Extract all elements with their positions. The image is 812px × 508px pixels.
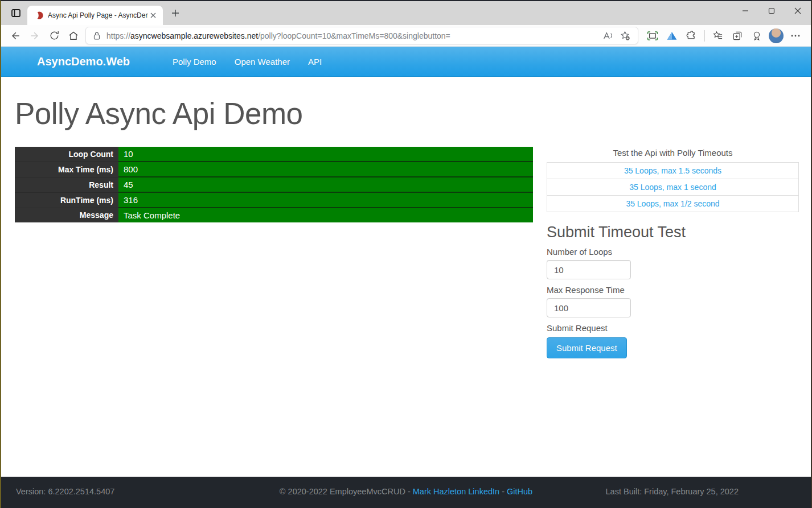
timeout-link-half-s[interactable]: 35 Loops, max 1/2 second [626,199,719,208]
tab-actions-icon[interactable] [8,5,24,21]
url-host: asyncwebsample.azurewebsites.net [130,31,258,40]
results-table: Loop Count 10 Max Time (ms) 800 Result 4… [15,147,533,222]
footer-last-built: Last Built: Friday, February 25, 2022 [606,487,739,496]
collections-icon[interactable] [728,27,747,44]
address-bar[interactable]: https://asyncwebsample.azurewebsites.net… [85,27,638,44]
result-label: Message [15,208,118,222]
forward-icon [25,27,44,44]
result-label: Loop Count [15,147,118,162]
table-row: 35 Loops, max 1/2 second [547,196,799,212]
timeout-test-panel: Test the Api with Polly Timeouts 35 Loop… [547,148,799,358]
lock-icon [93,31,101,40]
result-label: Max Time (ms) [15,162,118,177]
timeout-link-1-5s[interactable]: 35 Loops, max 1.5 seconds [624,166,721,175]
titlebar: Async Api Polly Page - AsyncDemo.Web [1,1,811,25]
brand-asyncdemo-web[interactable]: AsyncDemo.Web [37,55,130,68]
max-response-label: Max Response Time [547,285,799,295]
timeout-link-1s[interactable]: 35 Loops, max 1 second [629,183,716,192]
table-row: 35 Loops, max 1 second [547,179,799,196]
table-row: Message Task Complete [15,208,533,222]
nav-link-open-weather[interactable]: Open Weather [235,57,290,67]
table-row: 35 Loops, max 1.5 seconds [547,163,799,179]
more-menu-icon[interactable] [786,27,805,44]
nav-link-api[interactable]: API [308,57,322,67]
github-link[interactable]: GitHub [507,487,532,496]
result-value: 45 [118,177,533,192]
page-content: Polly Async Api Demo Loop Count 10 Max T… [1,77,811,477]
browser-window: Async Api Polly Page - AsyncDemo.Web [0,0,812,508]
tab-title: Async Api Polly Page - AsyncDemo.Web [48,11,148,19]
extension-triangle-icon[interactable] [662,27,682,44]
url-scheme: https:// [106,31,130,40]
timeout-tests-caption: Test the Api with Polly Timeouts [547,148,799,158]
minimize-icon[interactable] [732,1,758,20]
submit-request-label: Submit Request [547,323,799,333]
back-icon[interactable] [6,27,25,44]
loops-input[interactable] [547,260,631,279]
toolbar-separator [704,30,705,42]
form-title: Submit Timeout Test [547,224,799,241]
maximize-icon[interactable] [758,1,785,20]
result-value: Task Complete [118,208,533,222]
polly-favicon-icon [34,11,43,20]
timeout-tests-table: 35 Loops, max 1.5 seconds 35 Loops, max … [547,162,799,212]
table-row: Result 45 [15,177,533,192]
extensions-icon[interactable] [682,27,701,44]
new-tab-icon[interactable] [167,5,183,21]
submit-request-button[interactable]: Submit Request [547,337,627,358]
table-row: Max Time (ms) 800 [15,162,533,177]
result-label: RunTime (ms) [15,192,118,208]
loops-label: Number of Loops [547,247,799,257]
result-value: 800 [118,162,533,177]
linkedin-link[interactable]: Mark Hazleton LinkedIn [413,487,499,496]
read-aloud-icon[interactable] [599,28,616,43]
browser-essentials-icon[interactable] [747,27,766,44]
url-text[interactable]: https://asyncwebsample.azurewebsites.net… [106,31,599,40]
footer-separator: - [499,487,507,496]
home-icon[interactable] [64,27,83,44]
add-favorite-icon[interactable] [616,28,633,43]
window-controls [732,1,811,20]
page-footer: Version: 6.2202.2514.5407 © 2020-2022 Em… [1,477,811,508]
profile-avatar[interactable] [769,28,784,43]
nav-link-polly-demo[interactable]: Polly Demo [173,57,216,67]
result-value: 10 [118,147,533,162]
refresh-icon[interactable] [44,27,64,44]
page-title: Polly Async Api Demo [15,96,303,131]
url-path: /polly?loopCount=10&maxTimeMs=800&single… [258,31,450,40]
table-row: RunTime (ms) 316 [15,192,533,208]
browser-toolbar: https://asyncwebsample.azurewebsites.net… [1,25,811,47]
copyright-text: © 2020-2022 EmployeeMvcCRUD - [280,487,413,496]
result-value: 316 [118,192,533,208]
table-row: Loop Count 10 [15,147,533,162]
web-capture-icon[interactable] [643,27,662,44]
max-response-input[interactable] [547,298,631,317]
site-navbar: AsyncDemo.Web Polly Demo Open Weather AP… [1,47,811,77]
result-label: Result [15,177,118,192]
favorites-bar-icon[interactable] [708,27,728,44]
tab-close-icon[interactable] [148,10,158,20]
site-nav-links: Polly Demo Open Weather API [173,57,322,67]
close-icon[interactable] [785,1,811,20]
browser-tab[interactable]: Async Api Polly Page - AsyncDemo.Web [27,6,163,25]
